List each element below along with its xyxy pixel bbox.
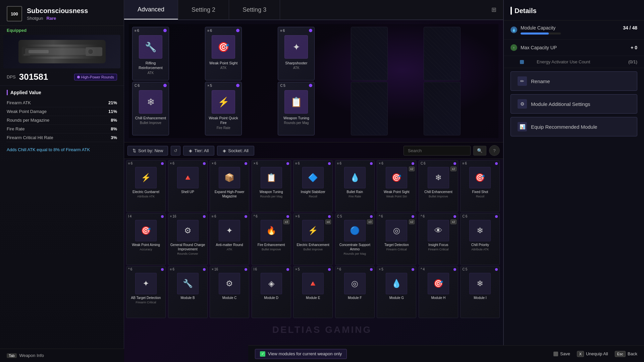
view-current-weapon-checkbox[interactable]: ✓ View modules for current weapon only: [255, 349, 347, 359]
tier-filter[interactable]: ◈ Tier: All: [183, 146, 214, 156]
list-module-row3-2[interactable]: ≡6 🔧 Module B: [168, 266, 208, 318]
socket-filter[interactable]: ◈ Socket: All: [217, 146, 254, 156]
insight-focus-name: Insight Focus: [427, 242, 449, 248]
row3-5-name: Module E: [305, 295, 321, 301]
equipped-status: Equipped: [0, 26, 124, 35]
list-module-row3-5[interactable]: ×5 🔺 Module E: [293, 266, 333, 318]
list-module-concentrate-support[interactable]: C5 🔵 Concentrate Support Ammo Rounds per…: [335, 213, 375, 265]
list-module-chill-priority[interactable]: C6 ❄ Chill Priority Attribute ATK: [460, 213, 500, 265]
rename-button[interactable]: ✏ Rename: [511, 71, 637, 91]
list-module-weapon-tuning[interactable]: ×6 📋 Weapon Tuning Rounds per Mag: [252, 160, 291, 212]
equipped-slot-8[interactable]: C5 📋 Weapon Tuning Rounds per Mag: [278, 82, 315, 135]
list-module-fire-enhancement[interactable]: ^6 🔥 Fire Enhancement Bullet Improve x3: [252, 213, 291, 265]
list-module-chill-enhancement[interactable]: C6 ❄ Chill Enhancement Bullet Improve x2: [419, 160, 458, 212]
search-button[interactable]: 🔍: [473, 146, 486, 156]
ammo-type: High-Power Rounds: [74, 74, 117, 80]
refresh-button[interactable]: ↺: [171, 146, 180, 156]
unequip-action[interactable]: X Unequip All: [577, 351, 608, 357]
row3-3-name: Module C: [221, 295, 238, 301]
list-module-insight-focus[interactable]: ^6 👁 Insight Focus Firearm Critical x2: [419, 213, 458, 265]
module-settings-button[interactable]: ⚙ Module Additional Settings: [511, 94, 637, 114]
save-action[interactable]: Save: [553, 351, 570, 356]
list-module-general-round[interactable]: ×16 ⚙ General Round Charge Improvement R…: [168, 213, 208, 265]
list-module-expand-magazine[interactable]: ×6 📦 Expand High-Power Magazine: [210, 160, 249, 212]
equipped-slot-5[interactable]: [424, 27, 461, 80]
insight-stabilizer-icon: 🔷: [302, 167, 324, 188]
electric-enhancement-sub: Bullet Improve: [303, 248, 323, 251]
module-capacity-value: 34 / 48: [623, 25, 637, 31]
list-module-row3-3[interactable]: ×16 ⚙ Module C: [210, 266, 249, 318]
equipped-slot-9[interactable]: [351, 82, 388, 135]
equipped-slot-3[interactable]: ≡6 ✦ Sharpshooter ATK: [278, 27, 315, 80]
search-input[interactable]: [404, 146, 471, 156]
electric-enhancement-icon: ⚡: [302, 220, 324, 241]
fire-enhancement-name: Fire Enhancement: [257, 242, 286, 248]
general-round-icon: ⚙: [177, 220, 199, 241]
socket-label: Socket: All: [228, 148, 249, 153]
tab-setting3[interactable]: Setting 3: [229, 0, 280, 19]
equipped-slot-10[interactable]: [424, 82, 461, 135]
weapon-sprite: [18, 40, 106, 63]
tab-advanced[interactable]: Advanced: [124, 0, 178, 19]
list-module-row3-6[interactable]: ^6 ◎ Module F: [335, 266, 375, 318]
target-detection-name: Target Detection: [383, 242, 410, 248]
list-module-shell-up[interactable]: ×6 🔺 Shell UP: [168, 160, 208, 212]
slot-8-icon: 📋: [284, 90, 308, 114]
weapon-name: Subconsciousness: [27, 7, 88, 15]
equipped-slot-1[interactable]: ≡6 🔧 Rifling Reinforcement ATK: [132, 27, 169, 80]
checkbox-icon: ✓: [260, 351, 265, 357]
list-module-weak-point-aiming[interactable]: I4 🎯 Weak Point Aiming Accuracy: [126, 213, 166, 265]
bullet-rain-icon: 💧: [344, 167, 366, 188]
help-button[interactable]: ?: [489, 145, 500, 156]
max-capacity-icon: ↑: [511, 44, 517, 51]
fire-enhancement-badge: x3: [283, 220, 289, 224]
list-module-fixed-shot[interactable]: ≡6 🎯 Fixed Shot Recoil: [460, 160, 500, 212]
equipped-slot-2[interactable]: ≡6 🎯 Weak Point Sight ATK: [205, 27, 242, 80]
list-module-target-detection[interactable]: ^6 ◎ Target Detection Firearm Critical x…: [377, 213, 416, 265]
svg-rect-2: [86, 47, 102, 56]
sort-button[interactable]: ⇅ Sort by: New: [127, 146, 168, 156]
weapon-info-bar[interactable]: Tab Weapon Info: [0, 349, 124, 362]
list-module-row3-8[interactable]: ^4 🎯 Module H: [419, 266, 458, 318]
weapon-tuning-sub: Rounds per Mag: [260, 195, 282, 198]
equipped-slot-4[interactable]: [351, 27, 388, 80]
slot-6-sub: Bullet Improve: [140, 121, 161, 126]
slot-1-name: Rifling Reinforcement: [132, 60, 169, 71]
list-module-insight-stabilizer[interactable]: ≡6 🔷 Insight Stabilizer Recoil: [293, 160, 333, 212]
general-round-name: General Round Charge Improvement: [168, 242, 207, 252]
electric-gunbarrel-sub: Attribute ATK: [137, 195, 155, 198]
list-module-bullet-rain[interactable]: ≡6 💧 Bullet Rain Fire Rate: [335, 160, 375, 212]
sort-icon: ⇅: [132, 148, 136, 153]
row3-7-name: Module G: [388, 295, 405, 301]
fixed-shot-sub: Recoil: [476, 195, 484, 198]
fixed-shot-name: Fixed Shot: [471, 189, 489, 195]
electric-enhancement-name: Electric Enhancement: [296, 242, 330, 248]
back-action[interactable]: Esc Back: [615, 351, 637, 357]
details-title: Details: [515, 7, 537, 15]
module-settings-icon: ⚙: [518, 99, 527, 109]
list-module-row3-7[interactable]: ×5 💧 Module G: [377, 266, 416, 318]
list-module-antimatter[interactable]: ≡6 ✦ Anti-matter Round ATK: [210, 213, 249, 265]
tab-grid-icon[interactable]: ⊞: [485, 0, 503, 19]
bullet-rain-sub: Fire Rate: [348, 195, 361, 198]
svg-rect-1: [25, 48, 86, 55]
weak-point-aiming-sub: Accuracy: [140, 248, 152, 251]
list-module-row3-1[interactable]: ^6 ✦ AB Target Detection Firearm Critica…: [126, 266, 166, 318]
list-module-row3-9[interactable]: C5 ❄ Module I: [460, 266, 500, 318]
chill-priority-sub: Attribute ATK: [471, 248, 489, 251]
capacity-fill: [521, 33, 549, 35]
electric-gunbarrel-name: Electric Gunbarrel: [131, 189, 160, 195]
equip-recommended-button[interactable]: 📊 Equip Recommended Module: [511, 117, 637, 136]
applied-value-title: Applied Value: [7, 90, 117, 95]
equip-recommended-icon: 📊: [518, 122, 527, 131]
list-module-weak-point-sight[interactable]: ×6 🎯 Weak Point Sight Weak Point Stri x2: [377, 160, 416, 212]
tab-setting2[interactable]: Setting 2: [178, 0, 229, 19]
equipped-slot-6[interactable]: C6 ❄ Chill Enhancement Bullet Improve: [132, 82, 169, 135]
equipped-slot-7[interactable]: ×5 ⚡ Weak Point Quick Fire Fire Rate: [205, 82, 242, 135]
list-module-electric-gunbarrel[interactable]: ≡6 ⚡ Electric Gunbarrel Attribute ATK: [126, 160, 166, 212]
list-module-electric-enhancement[interactable]: ×6 ⚡ Electric Enhancement Bullet Improve…: [293, 213, 333, 265]
module-settings-label: Module Additional Settings: [531, 101, 590, 107]
slot-1-icon: 🔧: [139, 35, 162, 59]
back-label: Back: [628, 351, 637, 356]
list-module-row3-4[interactable]: I6 ◈ Module D: [252, 266, 291, 318]
